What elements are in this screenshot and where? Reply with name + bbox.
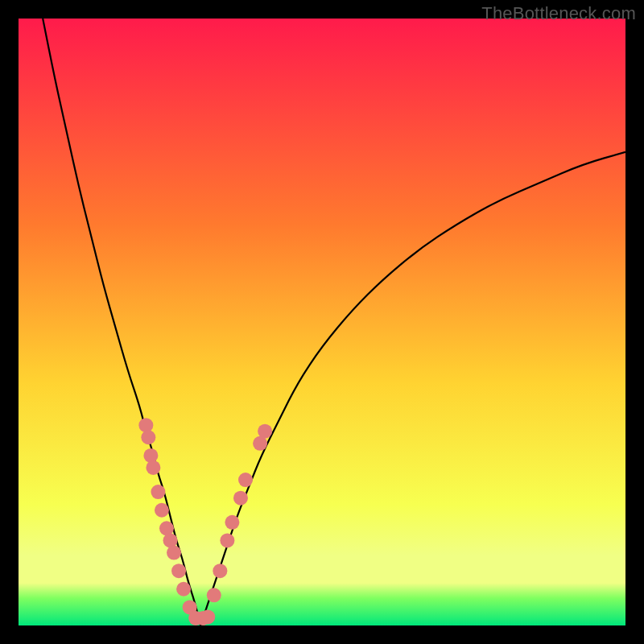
scatter-dot xyxy=(238,473,253,487)
scatter-dot xyxy=(171,564,186,578)
scatter-dot xyxy=(200,609,215,624)
scatter-dot xyxy=(151,485,165,499)
chart-stage: TheBottleneck.com xyxy=(0,0,644,644)
watermark-text: TheBottleneck.com xyxy=(481,3,636,24)
scatter-dot xyxy=(207,588,221,602)
scatter-dot xyxy=(143,448,158,463)
gradient-background xyxy=(19,19,625,625)
scatter-dot xyxy=(213,564,227,578)
scatter-dot xyxy=(220,533,234,547)
scatter-dot xyxy=(138,418,153,432)
scatter-dot xyxy=(155,503,169,518)
plot-area xyxy=(19,19,625,625)
scatter-dot xyxy=(258,424,272,439)
scatter-dot xyxy=(146,460,160,475)
scatter-dot xyxy=(225,515,239,530)
scatter-dot xyxy=(141,430,155,444)
scatter-dot xyxy=(176,582,191,597)
scatter-dot xyxy=(233,491,248,506)
chart-svg xyxy=(19,19,625,625)
scatter-dot xyxy=(167,546,181,560)
